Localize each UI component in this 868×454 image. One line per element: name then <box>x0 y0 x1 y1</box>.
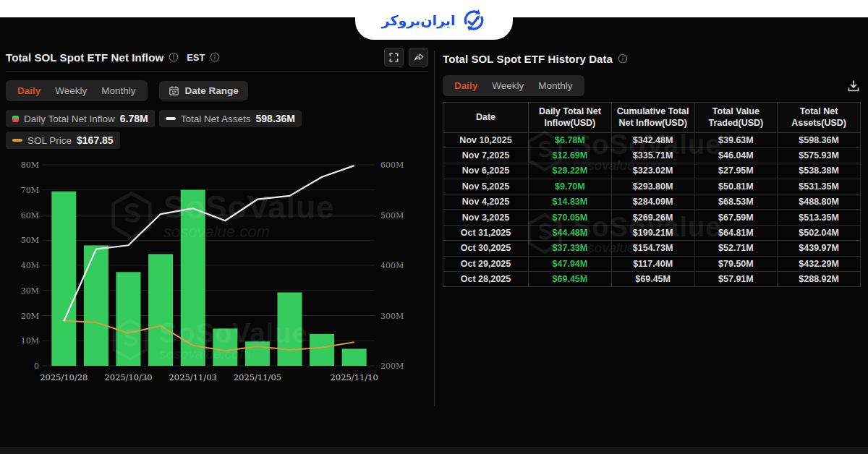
tab-weekly[interactable]: Weekly <box>48 83 94 98</box>
table-row[interactable]: Oct 31,2025$44.48M$199.21M$64.81M$502.04… <box>443 225 861 240</box>
cell-date: Nov 10,2025 <box>443 132 529 147</box>
cell-value: $79.50M <box>694 256 778 271</box>
cell-value: $269.26M <box>611 210 694 225</box>
inflow-legend-icon <box>12 116 19 122</box>
col-date: Date <box>443 103 529 133</box>
cell-value: $69.45M <box>529 271 612 286</box>
cell-value: $69.45M <box>611 271 694 286</box>
tab-monthly[interactable]: Monthly <box>94 83 142 98</box>
cell-date: Oct 31,2025 <box>443 225 529 240</box>
info-icon[interactable] <box>169 52 179 62</box>
cell-date: Nov 4,2025 <box>443 194 529 210</box>
cell-value: $502.04M <box>778 225 861 240</box>
cell-date: Oct 28,2025 <box>443 271 529 286</box>
etf-inflow-chart[interactable]: 010M20M30M40M50M60M70M80M200M300M400M500… <box>6 153 428 395</box>
table-row[interactable]: Oct 30,2025$37.33M$154.73M$52.71M$439.97… <box>443 241 861 256</box>
table-title: Total SOL Spot ETF History Data <box>443 53 613 65</box>
brand-logo-tab: ایران‌بروکر <box>355 0 513 40</box>
cell-value: $199.21M <box>611 225 694 240</box>
svg-text:10M: 10M <box>21 336 39 346</box>
svg-text:80M: 80M <box>21 160 39 170</box>
cell-value: $37.33M <box>529 241 612 256</box>
cell-value: $9.70M <box>529 179 612 194</box>
cell-value: $154.73M <box>611 241 694 256</box>
tab-daily[interactable]: Daily <box>447 78 485 93</box>
svg-text:70M: 70M <box>21 186 39 195</box>
cell-value: $117.40M <box>611 256 694 271</box>
legend-net-assets[interactable]: Total Net Assets 598.36M <box>159 110 302 127</box>
cell-value: $342.48M <box>611 132 694 147</box>
cell-value: $284.09M <box>611 194 694 210</box>
history-data-panel: Total SOL Spot ETF History Data Daily We… <box>443 48 861 287</box>
svg-text:2025/11/10: 2025/11/10 <box>331 372 378 382</box>
tab-monthly[interactable]: Monthly <box>531 78 579 93</box>
chart-legend: Daily Total Net Inflow 6.78M Total Net A… <box>6 110 428 149</box>
cell-value: $538.38M <box>778 163 861 179</box>
svg-text:40M: 40M <box>21 261 39 270</box>
cell-value: $46.04M <box>694 147 778 163</box>
cell-value: $70.05M <box>529 210 612 225</box>
svg-text:2025/10/30: 2025/10/30 <box>104 372 152 382</box>
table-row[interactable]: Nov 6,2025$29.22M$323.02M$27.95M$538.38M <box>443 163 861 179</box>
table-row[interactable]: Oct 29,2025$47.94M$117.40M$79.50M$432.29… <box>443 256 861 271</box>
tab-weekly[interactable]: Weekly <box>485 78 531 93</box>
table-row[interactable]: Nov 4,2025$14.83M$284.09M$68.53M$488.80M <box>443 194 861 210</box>
cell-value: $27.95M <box>694 163 778 179</box>
header-divider <box>6 71 428 72</box>
brand-logo-icon <box>461 8 486 33</box>
svg-text:600M: 600M <box>380 160 404 170</box>
table-row[interactable]: Nov 7,2025$12.69M$335.71M$46.04M$575.93M <box>443 147 861 163</box>
cell-value: $488.80M <box>778 194 861 210</box>
cell-value: $64.81M <box>694 225 778 240</box>
cell-value: $12.69M <box>529 147 612 163</box>
cell-value: $14.83M <box>529 194 612 210</box>
legend-daily-inflow[interactable]: Daily Total Net Inflow 6.78M <box>6 110 155 127</box>
cell-value: $439.97M <box>778 241 861 256</box>
table-row[interactable]: Nov 5,2025$9.70M$293.80M$50.81M$531.35M <box>443 179 861 194</box>
tab-daily[interactable]: Daily <box>10 83 48 98</box>
cell-value: $52.71M <box>694 241 778 256</box>
date-range-button[interactable]: 17 Date Range <box>159 81 248 100</box>
cell-date: Nov 3,2025 <box>443 210 529 225</box>
table-row[interactable]: Nov 3,2025$70.05M$269.26M$67.59M$513.35M <box>443 210 861 225</box>
svg-text:2025/11/03: 2025/11/03 <box>169 372 217 382</box>
cell-value: $432.29M <box>778 256 861 271</box>
cell-value: $335.71M <box>611 147 694 163</box>
cell-value: $29.22M <box>529 163 612 179</box>
legend-sol-price[interactable]: SOL Price $167.85 <box>6 132 120 149</box>
cell-value: $39.63M <box>694 132 778 147</box>
svg-text:17: 17 <box>171 90 176 95</box>
calendar-icon: 17 <box>169 85 179 96</box>
download-icon[interactable] <box>846 79 861 93</box>
svg-text:2025/10/28: 2025/10/28 <box>40 372 88 382</box>
col-cumulative-inflow: Cumulative Total Net Inflow(USD) <box>611 103 694 133</box>
fullscreen-button[interactable] <box>384 48 404 67</box>
cell-value: $513.35M <box>778 210 861 225</box>
history-interval-tabs: Daily Weekly Monthly <box>443 75 584 96</box>
info-icon[interactable] <box>210 52 220 62</box>
svg-text:20M: 20M <box>21 312 39 321</box>
interval-tabs: Daily Weekly Monthly <box>6 80 148 101</box>
svg-text:2025/11/05: 2025/11/05 <box>234 372 281 382</box>
net-assets-legend-icon <box>166 117 176 120</box>
history-table: Date Daily Total Net Inflow(USD) Cumulat… <box>443 102 861 287</box>
daily-inflow-value: 6.78M <box>120 113 148 124</box>
table-row[interactable]: Nov 10,2025$6.78M$342.48M$39.63M$598.36M <box>443 132 861 147</box>
table-row[interactable]: Oct 28,2025$69.45M$69.45M$57.91M$288.92M <box>443 271 861 286</box>
brand-logo-text: ایران‌بروکر <box>382 12 456 28</box>
panel-divider <box>434 51 435 406</box>
svg-text:30M: 30M <box>21 286 39 296</box>
cell-date: Oct 30,2025 <box>443 241 529 256</box>
col-daily-inflow: Daily Total Net Inflow(USD) <box>529 103 612 133</box>
table-header-row: Date Daily Total Net Inflow(USD) Cumulat… <box>443 103 861 133</box>
share-icon[interactable] <box>409 48 428 67</box>
svg-text:500M: 500M <box>380 211 404 220</box>
net-assets-value: 598.36M <box>256 113 295 124</box>
svg-text:0: 0 <box>34 361 39 371</box>
cell-date: Oct 29,2025 <box>443 256 529 271</box>
col-net-assets: Total Net Assets(USD) <box>778 103 861 133</box>
cell-value: $44.48M <box>529 225 612 240</box>
info-icon[interactable] <box>618 53 628 64</box>
cell-value: $6.78M <box>529 132 612 147</box>
net-inflow-panel: Total SOL Spot ETF Net Inflow EST Daily … <box>6 46 428 395</box>
